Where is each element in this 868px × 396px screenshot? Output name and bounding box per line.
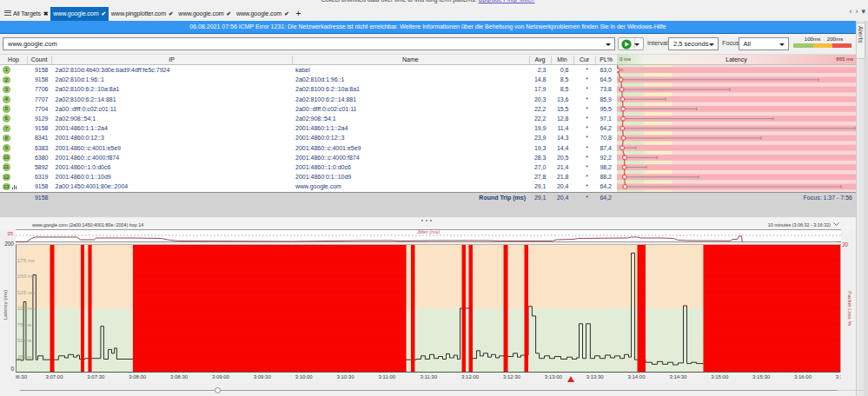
tab-scroll-right-icon[interactable]: ›: [855, 8, 858, 16]
column-header-latency[interactable]: 0 msLatency865 ms: [617, 55, 856, 64]
alerts-panel-tab[interactable]: Alerts: [857, 23, 865, 59]
column-header-cur[interactable]: Cur: [573, 55, 596, 64]
cell-name: 2a00::dfff:0:c02:c01:11: [295, 104, 356, 114]
table-row-hop-8[interactable]: 883412001:4860:0:12::32001:4860:0:12::32…: [0, 133, 617, 142]
target-dropdown-icon[interactable]: [606, 43, 611, 46]
summary-cur: *: [586, 193, 588, 202]
tab-www-pingplotter-com[interactable]: www.pingplotter.com✔: [109, 7, 176, 21]
cell-pl: 88,2: [600, 172, 612, 182]
cell-count: 9129: [35, 114, 49, 123]
time-tick-label: 3:13:30: [586, 374, 604, 380]
table-row-hop-6[interactable]: 691292a02:908::54:12a02:908::54:122,212,…: [0, 114, 617, 123]
cell-name: 2a02:810d:1:96::1: [295, 75, 344, 84]
hop-badge: 9: [3, 144, 10, 152]
cell-cur: *: [586, 123, 588, 133]
cell-cur: *: [586, 104, 588, 114]
cell-ip: 2a02:810d:4b40:3d0e:bad9:4dff:fe5c:7924: [56, 65, 170, 75]
table-row-hop-7[interactable]: 791582001:4860:1:1::2a42001:4860:1:1::2a…: [0, 123, 617, 133]
cell-pl: 87,4: [600, 143, 612, 153]
column-header-avg[interactable]: Avg: [529, 55, 552, 64]
cell-pl: 92,2: [600, 153, 612, 162]
time-tick-label: 3:13:00: [545, 374, 562, 380]
summary-avg: 29,1: [534, 193, 547, 202]
focus-select[interactable]: All: [739, 37, 790, 50]
upgrade-link[interactable]: Upgrade PingPlotter!: [478, 0, 534, 3]
table-row-hop-3[interactable]: 377062a02:8100:6:2::10a:8a12a02:8100:6:2…: [0, 84, 617, 94]
table-row-hop-11[interactable]: 1158922001:4860::1:0:d0c62001:4860::1:0:…: [0, 162, 617, 172]
summary-label: Round Trip (ms): [479, 193, 526, 202]
table-row-hop-10[interactable]: 1063802001:4860::c:4000:f8742001:4860::c…: [0, 153, 617, 162]
y2-axis-title: Packet Loss %: [847, 274, 852, 343]
table-row-hop-2[interactable]: 291582a02:810d:1:96::12a02:810d:1:96::11…: [0, 75, 617, 84]
column-header-count[interactable]: Count: [27, 55, 51, 64]
tab-nav: ‹ › ▾: [849, 8, 865, 16]
time-tick-label: 3:09:00: [212, 374, 229, 380]
cell-cur: *: [586, 75, 588, 84]
y-axis-max-label: 200: [2, 241, 14, 247]
tab-check-icon[interactable]: ✔: [227, 10, 231, 17]
table-row-hop-5[interactable]: 577042a00::dfff:0:c02:c01:112a00::dfff:0…: [0, 104, 617, 114]
tab-all-targets[interactable]: All Targets✖: [10, 7, 50, 21]
cell-avg: 22,2: [534, 114, 547, 123]
play-split-button[interactable]: [618, 37, 644, 50]
timeline-collapse-icon[interactable]: [832, 221, 840, 228]
tab-www-google-com[interactable]: www.google.com✔: [176, 7, 234, 21]
tab-www-google-com[interactable]: www.google.com✔: [234, 7, 292, 21]
table-row-hop-1[interactable]: 191582a02:810d:4b40:3d0e:bad9:4dff:fe5c:…: [0, 65, 617, 75]
tab-list-icon[interactable]: ▾: [861, 8, 865, 16]
cell-avg: 17,9: [534, 84, 547, 94]
tab-www-google-com[interactable]: www.google.com✔: [50, 7, 109, 21]
table-row-hop-9[interactable]: 963832001:4860::c:4001:e5e92001:4860::c:…: [0, 143, 617, 153]
time-slider-thumb[interactable]: [215, 387, 221, 393]
pane-spacer: [0, 202, 856, 218]
target-combobox[interactable]: [3, 37, 615, 50]
tab-check-icon[interactable]: ✔: [169, 10, 173, 17]
target-input[interactable]: [8, 39, 590, 50]
time-tick-label: 3:10:00: [295, 374, 313, 380]
cell-name: 2a02:8100:6:2::14:881: [295, 95, 356, 104]
column-header-hop[interactable]: Hop: [0, 55, 27, 64]
interval-label: Interval: [647, 37, 668, 50]
splitter-handle[interactable]: [421, 220, 434, 222]
cell-ip: 2001:4860:1:1::2a4: [56, 123, 108, 133]
table-row-hop-13[interactable]: 1391582a00:1450:4001:80e::2004www.google…: [0, 182, 617, 191]
play-dropdown-icon[interactable]: [634, 43, 639, 46]
cell-ip: 2a02:810d:1:96::1: [56, 75, 104, 84]
table-row-hop-12[interactable]: 1263192001:4860:0:1::10d92001:4860:0:1::…: [0, 172, 617, 182]
time-slider-track[interactable]: [20, 390, 838, 391]
cell-min: 14,4: [557, 143, 569, 153]
cell-ip: 2a00::dfff:0:c02:c01:11: [56, 104, 116, 114]
legend-color-2: [832, 43, 851, 48]
cell-min: 13,6: [557, 95, 569, 104]
timeline-graph[interactable]: 25 ms50 ms75 ms100 ms125 ms150 ms175 ms: [16, 244, 841, 373]
column-header-pl%[interactable]: PL%: [595, 55, 617, 64]
cell-cur: *: [586, 162, 588, 172]
new-tab-button[interactable]: +: [292, 7, 306, 21]
cell-count: 6383: [35, 143, 49, 153]
tab-bar: All Targets✖www.google.com✔www.pingplott…: [0, 4, 868, 21]
time-tick-label: 3:09:30: [254, 374, 271, 380]
cell-cur: *: [586, 143, 588, 153]
svg-text:150 ms: 150 ms: [17, 274, 35, 279]
column-header-name[interactable]: Name: [292, 55, 529, 64]
hop-badge: 2: [3, 76, 10, 84]
interval-dropdown-icon[interactable]: [709, 43, 714, 46]
timeline-marker-icon[interactable]: [567, 376, 574, 382]
hop-badge: 6: [3, 115, 10, 122]
tab-close-icon[interactable]: ✖: [43, 10, 48, 17]
cell-ip: 2001:4860::1:0:d0c6: [56, 162, 111, 172]
tab-scroll-left-icon[interactable]: ‹: [849, 8, 851, 16]
column-header-ip[interactable]: IP: [51, 55, 292, 64]
tab-check-icon[interactable]: ✔: [284, 10, 288, 17]
cell-pl: 64,2: [600, 123, 612, 133]
tab-check-icon[interactable]: ✔: [101, 10, 105, 17]
column-header-min[interactable]: Min: [551, 55, 573, 64]
table-summary-row: 9158 Round Trip (ms) 29,1 20,4 * 64,2 Fo…: [0, 192, 856, 202]
interval-select[interactable]: 2,5 seconds: [668, 37, 719, 50]
play-icon[interactable]: [621, 39, 632, 50]
table-row-hop-4[interactable]: 477072a02:8100:6:2::14:8812a02:8100:6:2:…: [0, 95, 617, 104]
focus-dropdown-icon[interactable]: [779, 43, 785, 46]
tab-strip: All Targets✖www.google.com✔www.pingplott…: [10, 7, 305, 21]
splitter-row: www.google.com (2a00:1450:4001:80e::2004…: [0, 218, 856, 229]
cell-avg: 20,3: [534, 95, 547, 104]
